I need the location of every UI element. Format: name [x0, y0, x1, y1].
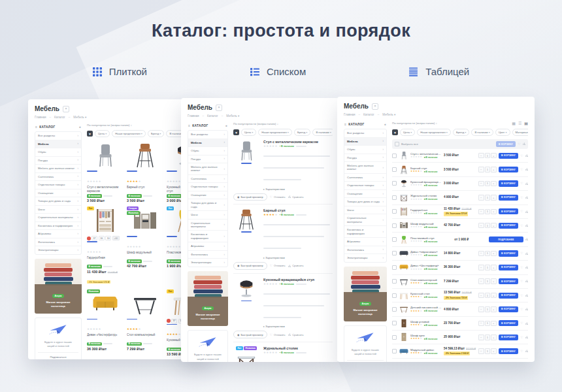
- filter-chip[interactable]: Наши предложения ▾: [112, 130, 146, 137]
- sidebar-item-category[interactable]: Абразивы›: [344, 238, 386, 246]
- product-name[interactable]: Стол компьютерный: [127, 333, 163, 341]
- qty-minus-button[interactable]: −: [478, 209, 484, 215]
- qty-minus-button[interactable]: −: [478, 321, 484, 327]
- row-checkbox[interactable]: [392, 307, 397, 312]
- close-icon[interactable]: ×: [216, 105, 222, 111]
- compare-icon[interactable]: [525, 280, 529, 283]
- favorite-icon[interactable]: ♡: [520, 154, 523, 157]
- characteristics-link[interactable]: ▸ Характеристики: [263, 188, 333, 191]
- product-name[interactable]: Диван «Честерфилд»: [87, 333, 124, 341]
- row-checkbox[interactable]: [392, 209, 397, 214]
- product-table-row[interactable]: Стол компьютерный ★★★★★■ В наличии 7 299…: [392, 275, 528, 289]
- product-name[interactable]: Кухонный вращающийся стул: [263, 278, 333, 282]
- quantity-stepper[interactable]: −1+: [478, 293, 497, 299]
- qty-plus-button[interactable]: +: [491, 251, 497, 257]
- filter-chip[interactable]: Наши предложения ▾: [417, 129, 451, 136]
- product-table-row[interactable]: Шкаф угловой ★★★★★■ В наличии 23 700 ₽/ш…: [392, 317, 528, 331]
- row-checkbox[interactable]: [392, 223, 397, 228]
- filter-funnel-icon[interactable]: ▼: [392, 129, 398, 135]
- qty-plus-button[interactable]: +: [491, 153, 497, 159]
- sidebar-item-category[interactable]: Обувь›: [188, 147, 227, 155]
- add-to-cart-button[interactable]: В корзину: [499, 320, 519, 326]
- sort-select[interactable]: По популярности (возрастанию) ↓: [233, 122, 278, 125]
- row-checkbox[interactable]: [392, 293, 397, 298]
- qty-minus-button[interactable]: −: [478, 223, 484, 229]
- sidebar-item-category[interactable]: Часы›: [344, 206, 386, 215]
- add-to-cart-button[interactable]: В корзину: [499, 306, 519, 312]
- quantity-stepper[interactable]: −1+: [478, 181, 497, 187]
- compare-icon[interactable]: [525, 154, 529, 157]
- compare-icon[interactable]: [288, 333, 291, 336]
- product-table-row[interactable]: Детский письменный стол ★★★★★■ В наличии…: [392, 302, 528, 316]
- qty-plus-button[interactable]: +: [491, 348, 497, 354]
- compare-icon[interactable]: [525, 196, 529, 199]
- favorite-icon[interactable]: ♡: [520, 224, 523, 227]
- sort-select[interactable]: По популярности (возрастанию) ↓: [392, 122, 437, 125]
- sidebar-item-category[interactable]: Посуда›: [188, 155, 227, 164]
- qty-plus-button[interactable]: +: [491, 278, 497, 284]
- sidebar-item-category[interactable]: Отделочные товары›: [344, 182, 386, 190]
- qty-minus-button[interactable]: −: [478, 167, 484, 172]
- qty-plus-button[interactable]: +: [491, 223, 497, 229]
- favorite-icon[interactable]: ♡: [520, 252, 523, 255]
- sidebar-item-category[interactable]: Обувь›: [35, 148, 81, 157]
- row-checkbox[interactable]: [392, 321, 397, 325]
- product-table-row[interactable]: Шкаф модульный ★★★★★■ В наличии 42 700 ₽…: [392, 219, 528, 233]
- row-checkbox[interactable]: [392, 251, 397, 255]
- quantity-stepper[interactable]: −1+: [478, 167, 497, 172]
- product-card[interactable]: ★★★★★ Стул с металлическим каркасом В на…: [87, 141, 124, 203]
- bulk-add-to-cart-button[interactable]: В корзину: [496, 141, 516, 147]
- sidebar-item-category[interactable]: Электротовары›: [344, 254, 386, 262]
- qty-plus-button[interactable]: +: [491, 209, 497, 215]
- qty-minus-button[interactable]: −: [478, 278, 484, 284]
- product-table-row[interactable]: Диван «еврокнижка» ★★★★★■ В наличии 14 8…: [392, 247, 528, 261]
- favorite-icon[interactable]: ♡: [520, 308, 523, 311]
- add-to-cart-button[interactable]: В корзину: [499, 278, 519, 284]
- qty-plus-button[interactable]: +: [491, 195, 497, 201]
- product-card[interactable]: Новинка ★★★★★ Диван «Честерфилд» В налич…: [87, 289, 124, 359]
- qty-plus-button[interactable]: +: [491, 167, 497, 172]
- quantity-stepper[interactable]: −1+: [478, 195, 497, 201]
- qty-plus-button[interactable]: +: [491, 181, 497, 187]
- product-card[interactable]: Хит 371610+60 ★★★★★ Гардеробная В наличи…: [87, 206, 124, 285]
- add-to-cart-button[interactable]: В корзину: [499, 223, 519, 229]
- close-icon[interactable]: ×: [63, 106, 69, 112]
- add-to-cart-button[interactable]: В корзину: [499, 335, 519, 340]
- add-to-cart-button[interactable]: В корзину: [499, 250, 519, 256]
- compare-icon[interactable]: [525, 224, 529, 227]
- qty-minus-button[interactable]: −: [478, 195, 484, 201]
- breadcrumb[interactable]: Главная–Каталог–Мебель ▾: [344, 113, 528, 116]
- quantity-stepper[interactable]: −1+: [478, 335, 497, 340]
- qty-minus-button[interactable]: −: [478, 293, 484, 299]
- product-table-row[interactable]: Кухонный вращающийся стул ★★★★★■ В налич…: [392, 177, 528, 191]
- mode-table[interactable]: Таблицей: [409, 66, 469, 77]
- product-table-row[interactable]: Диван «Честерфилд» ★★★★★■ В наличии 36 3…: [392, 261, 528, 274]
- product-table-row[interactable]: Модульный диван ★★★★★■ В наличии 54 599,…: [392, 344, 528, 358]
- compare-button[interactable]: Сравнить: [288, 195, 304, 199]
- favorite-icon[interactable]: ♡: [520, 336, 523, 339]
- promo-banner[interactable]: Акция Мягкие махровыеполотенца: [188, 271, 228, 326]
- quick-view-button[interactable]: ◉ Быстрый просмотр: [233, 262, 267, 269]
- quantity-stepper[interactable]: −1+: [478, 251, 497, 257]
- sidebar-item-category[interactable]: Отделочные товары›: [35, 181, 81, 189]
- add-to-cart-button[interactable]: В корзину: [499, 208, 519, 214]
- row-checkbox[interactable]: [392, 154, 397, 158]
- qty-minus-button[interactable]: −: [478, 251, 484, 257]
- qty-minus-button[interactable]: −: [478, 153, 484, 159]
- compare-icon[interactable]: [525, 350, 529, 353]
- sidebar-header[interactable]: ≡ Каталог «: [344, 121, 387, 127]
- quick-view-button[interactable]: ◉ Быстрый просмотр: [233, 331, 267, 338]
- product-table-row[interactable]: Гардеробная ★★★★★■ В наличии 11 430 ₽/шт…: [392, 205, 528, 219]
- compare-icon[interactable]: [525, 252, 529, 255]
- quantity-stepper[interactable]: −1+: [478, 348, 497, 354]
- sidebar-item-category[interactable]: Мебель для ванных комнат›: [35, 165, 81, 173]
- product-name[interactable]: Гардеробная: [87, 256, 124, 264]
- compare-icon[interactable]: [525, 168, 529, 171]
- row-checkbox[interactable]: [392, 279, 397, 284]
- sidebar-item-category[interactable]: Косметика и парфюмерия›: [35, 222, 81, 231]
- product-name[interactable]: Барный стул: [127, 186, 163, 193]
- sort-select[interactable]: По популярности (возрастанию) ↓: [87, 123, 132, 127]
- close-icon[interactable]: ×: [372, 103, 378, 110]
- qty-plus-button[interactable]: +: [491, 335, 497, 340]
- row-checkbox[interactable]: [392, 335, 397, 340]
